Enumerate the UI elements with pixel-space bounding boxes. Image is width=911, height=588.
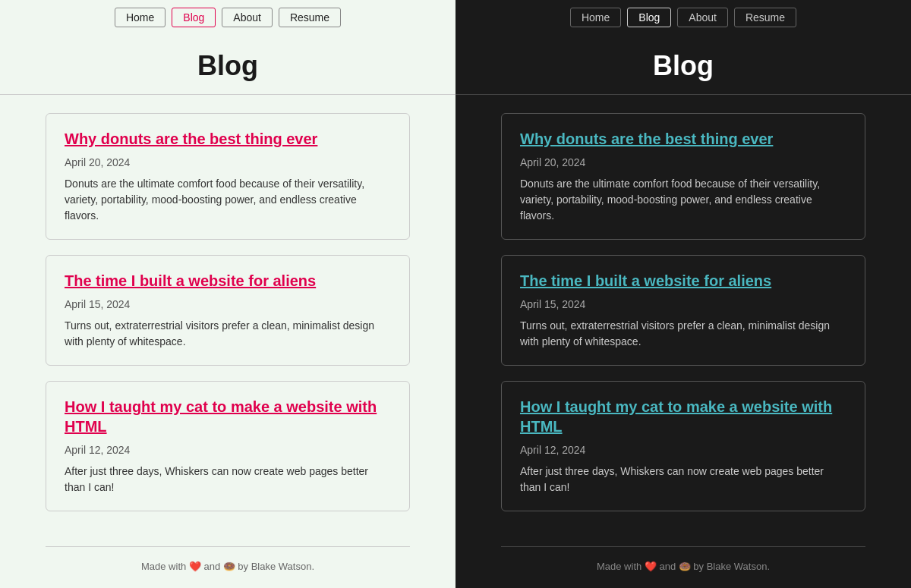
title-divider-dark [456,94,911,95]
blog-card-1-light: Why donuts are the best thing ever April… [46,113,410,240]
nav-about-dark[interactable]: About [677,8,728,27]
blog-date-2-dark: April 15, 2024 [520,298,846,310]
title-divider-light [0,94,456,95]
dark-nav: Home Blog About Resume [456,0,911,35]
footer-text-dark: Made with ❤️ and 🍩 by Blake Watson. [597,561,770,572]
blog-title-2-dark[interactable]: The time I built a website for aliens [520,271,846,291]
page-title-light: Blog [0,35,456,94]
footer-divider-dark [501,546,865,547]
content-dark: Why donuts are the best thing ever April… [456,113,911,534]
blog-card-2-light: The time I built a website for aliens Ap… [46,255,410,366]
page-title-dark: Blog [456,35,911,94]
footer-dark: Made with ❤️ and 🍩 by Blake Watson. [456,534,911,588]
blog-date-3-light: April 12, 2024 [65,444,391,456]
footer-light: Made with ❤️ and 🍩 by Blake Watson. [0,534,456,588]
blog-date-2-light: April 15, 2024 [65,298,391,310]
blog-card-1-dark: Why donuts are the best thing ever April… [501,113,865,240]
blog-title-3-dark[interactable]: How I taught my cat to make a website wi… [520,397,846,436]
footer-text-light: Made with ❤️ and 🍩 by Blake Watson. [141,561,314,572]
blog-excerpt-3-light: After just three days, Whiskers can now … [65,464,391,495]
light-nav: Home Blog About Resume [0,0,456,35]
blog-excerpt-3-dark: After just three days, Whiskers can now … [520,464,846,495]
blog-excerpt-1-dark: Donuts are the ultimate comfort food bec… [520,176,846,224]
blog-title-2-light[interactable]: The time I built a website for aliens [65,271,391,291]
blog-excerpt-1-light: Donuts are the ultimate comfort food bec… [65,176,391,224]
footer-divider-light [46,546,410,547]
blog-title-3-light[interactable]: How I taught my cat to make a website wi… [65,397,391,436]
nav-about-light[interactable]: About [222,8,273,27]
blog-title-1-dark[interactable]: Why donuts are the best thing ever [520,129,846,149]
blog-date-1-dark: April 20, 2024 [520,156,846,168]
light-theme-panel: Home Blog About Resume Blog Why donuts a… [0,0,456,588]
nav-blog-dark[interactable]: Blog [627,8,671,27]
blog-date-1-light: April 20, 2024 [65,156,391,168]
nav-resume-light[interactable]: Resume [279,8,341,27]
content-light: Why donuts are the best thing ever April… [0,113,456,534]
dark-theme-panel: Home Blog About Resume Blog Why donuts a… [456,0,911,588]
blog-card-2-dark: The time I built a website for aliens Ap… [501,255,865,366]
blog-card-3-light: How I taught my cat to make a website wi… [46,381,410,511]
blog-title-1-light[interactable]: Why donuts are the best thing ever [65,129,391,149]
blog-date-3-dark: April 12, 2024 [520,444,846,456]
blog-card-3-dark: How I taught my cat to make a website wi… [501,381,865,511]
blog-excerpt-2-dark: Turns out, extraterrestrial visitors pre… [520,318,846,350]
blog-excerpt-2-light: Turns out, extraterrestrial visitors pre… [65,318,391,350]
nav-home-light[interactable]: Home [115,8,165,27]
nav-home-dark[interactable]: Home [570,8,621,27]
nav-blog-light[interactable]: Blog [172,8,216,27]
nav-resume-dark[interactable]: Resume [734,8,796,27]
